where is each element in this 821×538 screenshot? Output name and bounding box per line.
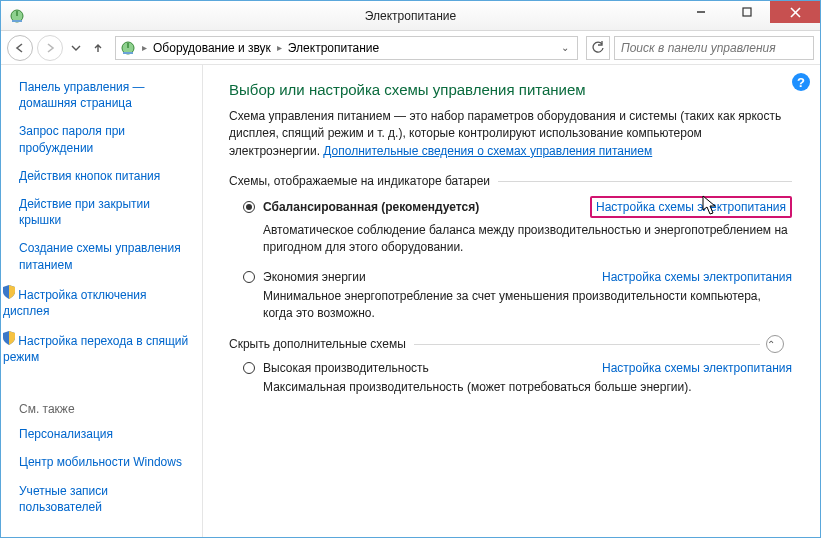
plan-settings-link-high-perf[interactable]: Настройка схемы электропитания <box>602 361 792 375</box>
sidebar-home-link[interactable]: Панель управления — домашняя страница <box>19 79 190 111</box>
svg-rect-7 <box>123 52 133 54</box>
breadcrumb[interactable]: ▸ Оборудование и звук ▸ Электропитание ⌄ <box>115 36 578 60</box>
plan-description: Минимальное энергопотребление за счет ум… <box>263 288 792 322</box>
maximize-button[interactable] <box>724 1 770 23</box>
titlebar: Электропитание <box>1 1 820 31</box>
see-also-accounts[interactable]: Учетные записи пользователей <box>19 483 190 515</box>
plan-name[interactable]: Сбалансированная (рекомендуется) <box>263 200 479 214</box>
up-button[interactable] <box>89 39 107 57</box>
plan-settings-link-saver[interactable]: Настройка схемы электропитания <box>602 270 792 284</box>
plan-saver: Экономия энергии Настройка схемы электро… <box>243 270 792 322</box>
back-button[interactable] <box>7 35 33 61</box>
see-also-personalization[interactable]: Персонализация <box>19 426 190 442</box>
svg-rect-3 <box>743 8 751 16</box>
plan-name[interactable]: Высокая производительность <box>263 361 429 375</box>
breadcrumb-icon <box>120 40 136 56</box>
radio-saver[interactable] <box>243 271 255 283</box>
recent-dropdown-icon[interactable] <box>67 39 85 57</box>
see-also-label: См. также <box>19 402 190 416</box>
plan-description: Автоматическое соблюдение баланса между … <box>263 222 792 256</box>
radio-high-perf[interactable] <box>243 362 255 374</box>
sidebar-lid-action-link[interactable]: Действие при закрытии крышки <box>19 196 190 228</box>
main-area: ? Выбор или настройка схемы управления п… <box>203 65 820 537</box>
learn-more-link[interactable]: Дополнительные сведения о схемах управле… <box>323 144 652 158</box>
chevron-up-icon: ⌃ <box>766 335 784 353</box>
help-icon[interactable]: ? <box>792 73 810 91</box>
plan-balanced: Сбалансированная (рекомендуется) Настрой… <box>243 196 792 256</box>
power-options-icon <box>9 8 25 24</box>
plan-high-perf: Высокая производительность Настройка схе… <box>243 361 792 396</box>
collapse-button[interactable]: ⌃ <box>760 335 792 353</box>
sidebar-power-buttons-link[interactable]: Действия кнопок питания <box>19 168 190 184</box>
breadcrumb-dropdown-icon[interactable]: ⌄ <box>557 42 573 53</box>
group-battery-label: Схемы, отображаемые на индикаторе батаре… <box>229 174 792 188</box>
page-heading: Выбор или настройка схемы управления пит… <box>229 81 792 98</box>
breadcrumb-item[interactable]: Оборудование и звук <box>153 41 271 55</box>
radio-balanced[interactable] <box>243 201 255 213</box>
sidebar-create-plan-link[interactable]: Создание схемы управления питанием <box>19 240 190 272</box>
svg-rect-1 <box>12 20 22 22</box>
shield-icon <box>3 288 15 302</box>
search-input[interactable] <box>614 36 814 60</box>
sidebar-display-off-link[interactable]: Настройка отключения дисплея <box>3 285 190 319</box>
minimize-button[interactable] <box>678 1 724 23</box>
page-description: Схема управления питанием — это набор па… <box>229 108 792 160</box>
shield-icon <box>3 334 15 348</box>
close-button[interactable] <box>770 1 820 23</box>
group-extra-label[interactable]: Скрыть дополнительные схемы ⌃ <box>229 335 792 353</box>
sidebar-password-link[interactable]: Запрос пароля при пробуждении <box>19 123 190 155</box>
forward-button[interactable] <box>37 35 63 61</box>
sidebar: Панель управления — домашняя страница За… <box>1 65 203 537</box>
breadcrumb-item[interactable]: Электропитание <box>288 41 379 55</box>
see-also-mobility[interactable]: Центр мобильности Windows <box>19 454 190 470</box>
plan-settings-link-balanced[interactable]: Настройка схемы электропитания <box>590 196 792 218</box>
plan-description: Максимальная производительность (может п… <box>263 379 792 396</box>
chevron-right-icon: ▸ <box>277 42 282 53</box>
chevron-right-icon: ▸ <box>142 42 147 53</box>
refresh-button[interactable] <box>586 36 610 60</box>
plan-name[interactable]: Экономия энергии <box>263 270 366 284</box>
sidebar-sleep-link[interactable]: Настройка перехода в спящий режим <box>3 331 190 365</box>
toolbar: ▸ Оборудование и звук ▸ Электропитание ⌄ <box>1 31 820 65</box>
